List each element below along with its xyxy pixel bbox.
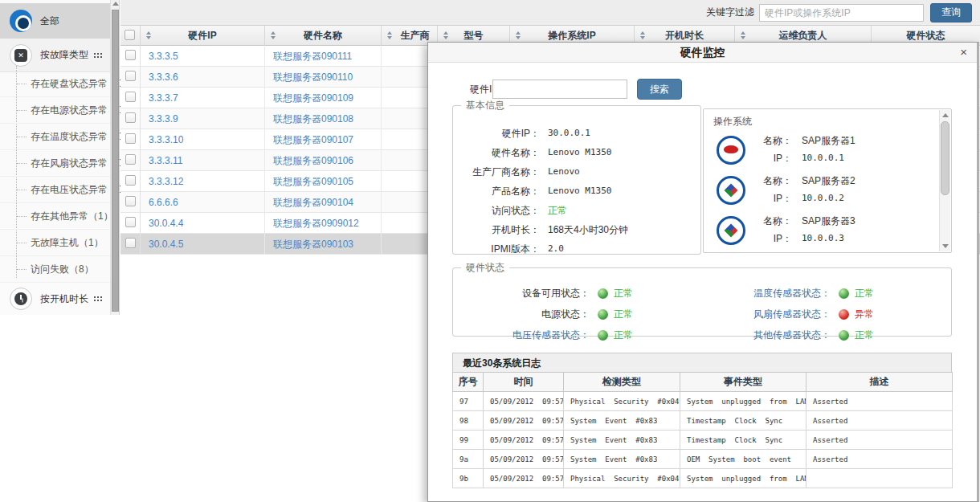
select-all-checkbox[interactable]: [125, 30, 135, 40]
search-button[interactable]: 搜索: [637, 79, 682, 100]
modal-title: 硬件监控: [428, 43, 977, 63]
row-checkbox[interactable]: [125, 92, 136, 102]
row-checkbox[interactable]: [125, 71, 136, 81]
green-status-ball-icon: [598, 309, 608, 320]
row-checkbox[interactable]: [125, 50, 136, 60]
hardware-name-link[interactable]: 联想服务器090106: [273, 155, 353, 166]
hardware-ip-input[interactable]: [492, 80, 627, 99]
row-checkbox[interactable]: [125, 238, 136, 248]
fan-sensor-link[interactable]: 风扇传感器状态：: [694, 304, 831, 324]
sidebar-group-label: 按开机时长: [40, 292, 88, 306]
sidebar-item-no-fault[interactable]: 无故障主机（1）: [0, 230, 110, 256]
log-panel-title: 最近30条系统日志: [452, 353, 952, 372]
sort-icon[interactable]: [387, 31, 392, 39]
column-header-hardware-name[interactable]: 硬件名称: [265, 26, 382, 46]
sidebar-item-access-failed[interactable]: 访问失败（8）: [0, 256, 110, 283]
voltage-sensor-link[interactable]: 电压传感器状态：: [453, 324, 590, 345]
hardware-ip-link[interactable]: 6.6.6.6: [149, 197, 178, 208]
hardware-ip-link[interactable]: 3.3.3.5: [149, 51, 178, 62]
row-checkbox[interactable]: [125, 175, 136, 186]
uptime-clock-icon: [10, 288, 32, 310]
os-panel-scrollbar[interactable]: [939, 110, 950, 251]
os-diamond-icon: [717, 216, 745, 245]
hardware-ip-link[interactable]: 3.3.3.11: [149, 155, 182, 166]
sidebar-scrollbar[interactable]: [110, 0, 120, 315]
field-access-status: 访问状态： 正常: [453, 201, 700, 220]
sort-icon[interactable]: [640, 31, 645, 39]
hardware-name-link[interactable]: 联想服务器090103: [273, 239, 353, 250]
basic-info-legend: 基本信息: [461, 99, 509, 112]
sidebar-group-uptime[interactable]: 按开机时长: [0, 283, 110, 315]
sort-icon[interactable]: [443, 31, 448, 39]
sidebar-item-disk-abnormal[interactable]: 存在硬盘状态异常（0）: [0, 71, 110, 97]
green-status-ball-icon: [839, 330, 849, 341]
scrollbar-thumb[interactable]: [941, 121, 949, 195]
log-column-description: 描述: [806, 373, 953, 392]
row-checkbox[interactable]: [125, 133, 136, 144]
log-row: 9a05/09/2012 09:57:35 System Event #0x83…: [453, 450, 953, 469]
scrollbar-down-arrow-icon[interactable]: [942, 244, 949, 248]
row-checkbox[interactable]: [125, 112, 136, 123]
hardware-ip-link[interactable]: 30.0.4.4: [149, 218, 183, 229]
hardware-status-section: 硬件状态 设备可用状态： 正常 电源状态： 正常 电压传感器状态：: [452, 261, 952, 337]
row-checkbox[interactable]: [125, 217, 136, 227]
os-name: SAP服务器3: [802, 212, 855, 230]
sidebar-item-other-abnormal[interactable]: 存在其他异常（1）: [0, 203, 110, 230]
keyword-filter-input[interactable]: [759, 4, 924, 22]
field-product-name: 产品名称： Lenovo M1350: [453, 182, 700, 201]
hardware-name-link[interactable]: 联想服务器090111: [273, 51, 352, 62]
sidebar-item-voltage-abnormal[interactable]: 存在电压状态异常（0）: [0, 177, 110, 203]
all-target-icon: [10, 10, 32, 32]
scrollbar-thumb[interactable]: [112, 10, 119, 312]
modal-search-row: 硬件IP 搜索: [428, 79, 977, 100]
scrollbar-up-arrow-icon[interactable]: [942, 113, 949, 117]
header-checkbox-cell: [120, 26, 141, 46]
row-checkbox[interactable]: [125, 154, 136, 165]
hardware-ip-link[interactable]: 3.3.3.10: [149, 134, 183, 145]
hardware-ip-link[interactable]: 3.3.3.9: [149, 113, 178, 124]
hardware-name-link[interactable]: 联想服务器090104: [273, 197, 353, 208]
green-status-ball-icon: [839, 288, 849, 299]
query-button[interactable]: 查询: [930, 3, 972, 22]
row-checkbox[interactable]: [125, 196, 136, 206]
sidebar-item-temp-abnormal[interactable]: 存在温度状态异常（0）: [0, 124, 110, 150]
hardware-name-link[interactable]: 联想服务器090108: [273, 113, 353, 124]
hardware-ip-link[interactable]: 3.3.3.6: [149, 71, 178, 83]
log-row: 9905/09/2012 09:57:16 System Event #0x83…: [453, 431, 953, 450]
hardware-ip-link[interactable]: 3.3.3.12: [149, 176, 183, 187]
status-power: 电源状态： 正常: [453, 304, 694, 324]
status-temperature-sensor: 温度传感器状态： 正常: [694, 283, 935, 304]
keyword-filter-label: 关键字过滤: [706, 6, 754, 19]
log-header-row: 序号 时间 检测类型 事件类型 描述: [453, 373, 953, 392]
fault-type-sublist: 存在硬盘状态异常（0） 存在电源状态异常（0） 存在温度状态异常（0） 存在风扇…: [0, 71, 110, 283]
hardware-name-link[interactable]: 联想服务器090110: [273, 71, 353, 83]
hardware-name-link[interactable]: 联想服务器090109: [273, 92, 353, 104]
hardware-name-link[interactable]: 联想服务器090105: [273, 176, 353, 187]
sidebar-item-all[interactable]: 全部: [0, 3, 110, 39]
temperature-sensor-link[interactable]: 温度传感器状态：: [694, 283, 831, 304]
os-ip: 10.0.0.1: [802, 149, 844, 167]
hardware-ip-link[interactable]: 30.0.4.5: [149, 239, 183, 250]
sort-icon[interactable]: [146, 31, 151, 39]
modal-title-bar: 硬件监控 ×: [428, 43, 977, 63]
hardware-name-link[interactable]: 联想服务器0909012: [273, 218, 359, 229]
sort-icon[interactable]: [516, 31, 521, 39]
os-entry: 名称：SAP服务器2 IP：10.0.0.2: [704, 172, 925, 209]
close-icon[interactable]: ×: [960, 45, 967, 59]
hardware-ip-link[interactable]: 3.3.3.7: [149, 92, 178, 104]
sort-icon[interactable]: [271, 31, 276, 39]
sidebar-item-fan-abnormal[interactable]: 存在风扇状态异常（0）: [0, 150, 110, 177]
group-menu-dots-icon[interactable]: [93, 52, 102, 59]
sort-icon[interactable]: [741, 31, 745, 39]
group-menu-dots-icon[interactable]: [93, 296, 102, 302]
sidebar-group-label: 按故障类型: [40, 48, 88, 62]
scrollbar-up-arrow-icon[interactable]: [112, 2, 119, 6]
log-column-detect-type: 检测类型: [564, 373, 680, 392]
sidebar-item-power-abnormal[interactable]: 存在电源状态异常（0）: [0, 97, 110, 124]
other-sensor-link[interactable]: 其他传感器状态：: [694, 324, 831, 345]
fault-type-icon: [10, 44, 32, 67]
os-panel-title: 操作系统: [713, 115, 752, 129]
column-header-hardware-ip[interactable]: 硬件IP: [141, 26, 265, 46]
hardware-monitor-modal: 硬件监控 × 硬件IP 搜索 基本信息 硬件IP： 30.0.0.1 硬件名称：…: [427, 42, 979, 502]
hardware-name-link[interactable]: 联想服务器090107: [273, 134, 353, 145]
